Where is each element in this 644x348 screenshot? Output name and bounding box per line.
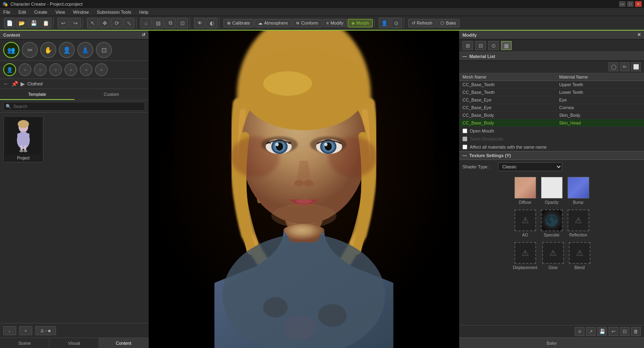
minimize-button[interactable]: — bbox=[619, 1, 625, 7]
layout1-button[interactable]: ▤ bbox=[153, 18, 164, 28]
scale-button[interactable]: ⤡ bbox=[123, 18, 134, 28]
select-button[interactable]: ↖ bbox=[87, 18, 98, 28]
delete-icon-button[interactable]: 🗑 bbox=[631, 327, 641, 336]
modify-icon-3[interactable]: ▦ bbox=[501, 41, 512, 50]
save-button[interactable]: 💾 bbox=[28, 18, 39, 28]
close-button[interactable]: ✕ bbox=[635, 1, 642, 7]
settings-icon-button[interactable]: ≡ bbox=[575, 327, 584, 336]
subcategory-5[interactable]: ○ bbox=[80, 63, 93, 76]
import-icon-button[interactable]: ↩ bbox=[609, 327, 618, 336]
tab-custom[interactable]: Custom bbox=[74, 89, 149, 100]
home-button[interactable]: ⌂ bbox=[140, 18, 152, 28]
focus-button[interactable]: ⊙ bbox=[391, 18, 402, 28]
tab-visual[interactable]: Visual bbox=[50, 338, 99, 348]
mat-sphere-button[interactable]: ◯ bbox=[609, 62, 618, 71]
new-button[interactable]: 📄 bbox=[4, 18, 15, 28]
conform-button[interactable]: ≋Conform bbox=[292, 19, 322, 27]
clipboard-button[interactable]: 📋 bbox=[40, 18, 52, 28]
menu-help[interactable]: Help bbox=[138, 10, 150, 14]
bake-button[interactable]: ⬡Bake bbox=[437, 19, 460, 27]
nav-folder-icon[interactable]: ▶ bbox=[21, 81, 25, 87]
viewport[interactable] bbox=[149, 31, 459, 348]
modify-icon-1[interactable]: ⊟ bbox=[475, 41, 486, 50]
menu-create[interactable]: Create bbox=[33, 10, 49, 14]
modify-icon-0[interactable]: ⊞ bbox=[462, 41, 473, 50]
tab-content[interactable]: Content bbox=[99, 338, 149, 348]
export-icon-button[interactable]: ↗ bbox=[586, 327, 596, 336]
menu-window[interactable]: Window bbox=[71, 10, 90, 14]
blend-swatch[interactable]: ⚠ bbox=[569, 242, 590, 264]
subcategory-6[interactable]: ○ bbox=[95, 63, 108, 76]
content-refresh-icon[interactable]: ↺ bbox=[142, 32, 145, 37]
material-row[interactable]: CC_Base_TeethLower Teeth bbox=[459, 89, 644, 96]
merge-button[interactable]: Δ→■ bbox=[35, 326, 56, 335]
material-row[interactable]: CC_Base_BodySkin_Head bbox=[459, 119, 644, 127]
glow-swatch[interactable]: ⚠ bbox=[542, 242, 564, 264]
open-button[interactable]: 📂 bbox=[16, 18, 27, 28]
layout2-button[interactable]: ⧉ bbox=[165, 18, 176, 28]
shader-select[interactable]: Classic PBR Toon bbox=[498, 162, 562, 171]
subcategory-4[interactable]: ○ bbox=[64, 63, 77, 76]
grid-icon-button[interactable]: ⊡ bbox=[620, 327, 630, 336]
category-body[interactable]: 👤 bbox=[59, 42, 75, 58]
menu-view[interactable]: View bbox=[54, 10, 67, 14]
material-row[interactable]: CC_Base_EyeEye bbox=[459, 96, 644, 104]
texture-settings-header[interactable]: — Texture Settings (Y) bbox=[459, 151, 644, 160]
redo-button[interactable]: ↪ bbox=[70, 18, 81, 28]
search-input[interactable] bbox=[3, 102, 145, 111]
displacement-swatch[interactable]: ⚠ bbox=[514, 242, 536, 264]
category-clothing[interactable]: 👗 bbox=[77, 42, 93, 58]
specular-swatch[interactable]: 🌑 bbox=[541, 209, 563, 231]
modify-icon-2[interactable]: ⊙ bbox=[488, 41, 499, 50]
ao-swatch[interactable]: ⚠ bbox=[514, 209, 536, 231]
move-button[interactable]: ✥ bbox=[99, 18, 110, 28]
reflection-swatch[interactable]: ⚠ bbox=[568, 209, 589, 231]
category-accessory[interactable]: ✂ bbox=[22, 42, 38, 58]
nav-back[interactable]: ← bbox=[3, 81, 9, 87]
char-button[interactable]: 👤 bbox=[379, 18, 390, 28]
teeth-checkbox[interactable] bbox=[462, 137, 467, 141]
subcategory-1[interactable]: ○ bbox=[19, 63, 31, 76]
show-button[interactable]: 👁 bbox=[194, 18, 205, 28]
menu-submission-tools[interactable]: Submission Tools bbox=[95, 10, 133, 14]
material-row[interactable]: CC_Base_EyeCornea bbox=[459, 104, 644, 112]
morph-button[interactable]: ◈Morph bbox=[348, 19, 372, 27]
subcategory-0[interactable]: 👤 bbox=[3, 63, 16, 76]
light-button[interactable]: ◐ bbox=[206, 18, 217, 28]
window-controls[interactable]: — □ ✕ bbox=[619, 1, 642, 7]
modify-close-icon[interactable]: ✕ bbox=[637, 32, 641, 37]
rotate-button[interactable]: ⟳ bbox=[111, 18, 122, 28]
modify-button[interactable]: ≡Modify bbox=[323, 19, 347, 27]
affect-all-checkbox[interactable] bbox=[462, 145, 467, 149]
calibrate-button[interactable]: ⊕Calibrate bbox=[223, 19, 254, 27]
category-other[interactable]: ⊡ bbox=[96, 42, 112, 58]
add-button[interactable]: + bbox=[19, 326, 32, 335]
maximize-button[interactable]: □ bbox=[627, 1, 634, 7]
tab-scene[interactable]: Scene bbox=[0, 338, 50, 348]
diffuse-swatch[interactable] bbox=[514, 177, 536, 199]
save-icon-button[interactable]: 💾 bbox=[597, 327, 607, 336]
subcategory-2[interactable]: ○ bbox=[34, 63, 47, 76]
open-mouth-checkbox[interactable] bbox=[462, 128, 467, 133]
layout3-button[interactable]: ⊡ bbox=[177, 18, 188, 28]
material-row[interactable]: CC_Base_TeethUpper Teeth bbox=[459, 81, 644, 89]
subcategory-3[interactable]: ○ bbox=[49, 63, 62, 76]
tab-template[interactable]: Template bbox=[0, 89, 74, 100]
content-item-project[interactable]: Project bbox=[3, 116, 43, 162]
atmosphere-button[interactable]: ☁Atmosphere bbox=[254, 19, 291, 27]
bump-swatch[interactable] bbox=[568, 177, 589, 199]
menu-edit[interactable]: Edit bbox=[17, 10, 28, 14]
nav-pin-icon[interactable]: 📌 bbox=[11, 81, 18, 87]
mat-edit-button[interactable]: ✏ bbox=[620, 62, 630, 71]
refresh-button[interactable]: ↺Refresh bbox=[408, 19, 436, 27]
mat-import-button[interactable]: ⬜ bbox=[631, 62, 641, 71]
download-button[interactable]: ↓ bbox=[3, 326, 16, 335]
category-hand[interactable]: ✋ bbox=[40, 42, 56, 58]
opacity-swatch[interactable] bbox=[541, 177, 563, 199]
svg-rect-4 bbox=[17, 133, 29, 141]
menu-file[interactable]: File bbox=[2, 10, 12, 14]
undo-button[interactable]: ↩ bbox=[58, 18, 69, 28]
material-list-header[interactable]: — Material List bbox=[459, 52, 644, 61]
material-row[interactable]: CC_Base_BodySkin_Body bbox=[459, 112, 644, 119]
category-character[interactable]: 👥 bbox=[3, 42, 19, 58]
